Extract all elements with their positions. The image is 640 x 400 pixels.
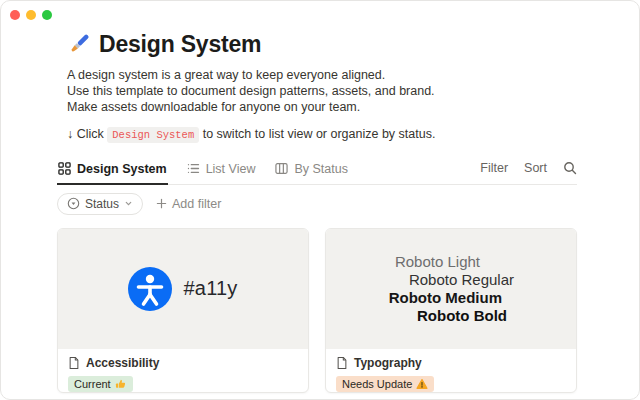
sort-button[interactable]: Sort <box>524 161 547 175</box>
page-icon <box>68 356 80 370</box>
specimen-line-light: Roboto Light <box>395 253 480 271</box>
accessibility-icon <box>128 267 172 311</box>
card-title: Typography <box>354 356 422 370</box>
tab-label: List View <box>206 162 256 176</box>
status-tag-current: Current <box>68 376 133 392</box>
card-title: Accessibility <box>86 356 159 370</box>
description-line: Use this template to document design pat… <box>67 83 577 99</box>
gallery-view-icon <box>58 162 71 175</box>
tip-prefix: ↓ Click <box>67 127 107 141</box>
card-title-row: Typography <box>336 356 566 370</box>
status-filter-chip[interactable]: Status <box>57 193 143 215</box>
card-title-row: Accessibility <box>68 356 298 370</box>
page-header: Design System <box>57 31 577 58</box>
specimen-line-bold: Roboto Bold <box>417 307 507 325</box>
tab-label: Design System <box>77 162 167 176</box>
minimize-window-button[interactable] <box>26 10 36 20</box>
status-chip-label: Status <box>85 197 119 211</box>
card-footer: Typography Needs Update <box>326 349 576 393</box>
specimen-line-medium: Roboto Medium <box>389 289 502 307</box>
zoom-window-button[interactable] <box>42 10 52 20</box>
description-line: Make assets downloadable for anyone on y… <box>67 99 577 115</box>
status-tag-needs-update: Needs Update <box>336 376 434 392</box>
status-property-icon <box>67 197 80 210</box>
specimen-line-regular: Roboto Regular <box>409 271 514 289</box>
warning-icon <box>416 378 428 390</box>
tab-list-view[interactable]: List View <box>186 158 257 184</box>
thumbs-up-icon <box>115 378 127 390</box>
chevron-down-icon <box>124 199 133 208</box>
page-title: Design System <box>99 31 261 58</box>
a11y-cover-text: #a11y <box>183 277 237 300</box>
add-filter-button[interactable]: Add filter <box>156 197 221 211</box>
board-view-icon <box>275 162 288 175</box>
view-tabs: Design System List View <box>57 158 349 184</box>
tip-line: ↓ Click Design System to switch to list … <box>57 126 577 144</box>
plus-icon <box>156 198 167 209</box>
tip-suffix: to switch to list view or organize by st… <box>199 127 435 141</box>
close-window-button[interactable] <box>10 10 20 20</box>
inline-code-chip: Design System <box>107 127 199 143</box>
window-controls <box>10 10 52 20</box>
view-tab-bar: Design System List View <box>57 158 577 185</box>
status-tag-label: Current <box>74 378 111 390</box>
paintbrush-icon <box>67 33 90 56</box>
tab-design-system[interactable]: Design System <box>57 158 168 185</box>
page-description: A design system is a great way to keep e… <box>57 67 577 116</box>
card-accessibility[interactable]: #a11y Accessibility Current <box>57 228 309 393</box>
accessibility-card-cover: #a11y <box>58 229 308 349</box>
view-actions: Filter Sort <box>480 161 577 184</box>
app-window: Design System A design system is a great… <box>0 0 640 400</box>
tab-by-status[interactable]: By Status <box>274 158 349 184</box>
card-footer: Accessibility Current <box>58 349 308 393</box>
status-tag-label: Needs Update <box>342 378 412 390</box>
description-line: A design system is a great way to keep e… <box>67 67 577 83</box>
list-view-icon <box>187 162 200 175</box>
typography-card-cover: Roboto Light Roboto Regular Roboto Mediu… <box>326 229 576 349</box>
page-icon <box>336 356 348 370</box>
magnifying-glass-icon <box>563 161 577 175</box>
filter-button[interactable]: Filter <box>480 161 508 175</box>
gallery-view: #a11y Accessibility Current <box>57 228 577 393</box>
add-filter-label: Add filter <box>172 197 221 211</box>
filter-bar: Status Add filter <box>57 193 577 215</box>
card-typography[interactable]: Roboto Light Roboto Regular Roboto Mediu… <box>325 228 577 393</box>
search-button[interactable] <box>563 161 577 175</box>
tab-label: By Status <box>294 162 348 176</box>
